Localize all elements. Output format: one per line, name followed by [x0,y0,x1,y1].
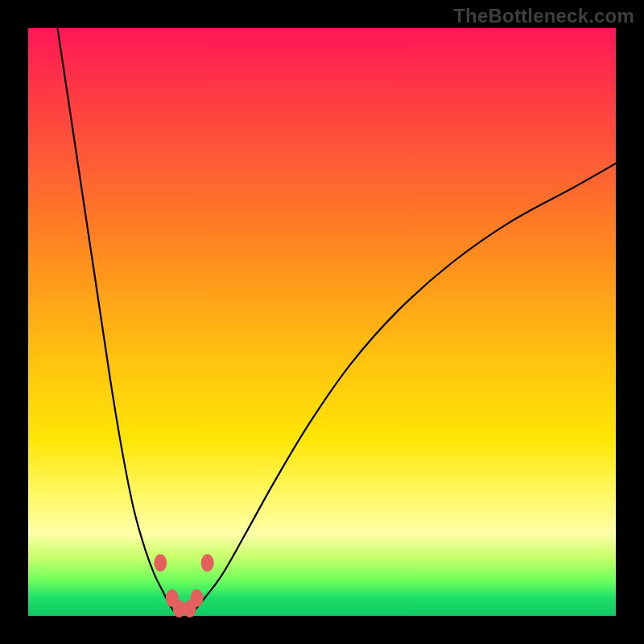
bottom-marker-group [154,554,213,617]
watermark-text: TheBottleneck.com [453,5,634,27]
bottom-marker [154,554,167,572]
plot-area [28,28,616,616]
curve-right-branch [192,163,616,613]
curve-layer [28,28,616,616]
chart-frame: TheBottleneck.com [0,0,644,644]
bottom-marker [191,589,204,607]
bottom-marker [201,554,214,572]
curve-left-branch [58,28,175,613]
